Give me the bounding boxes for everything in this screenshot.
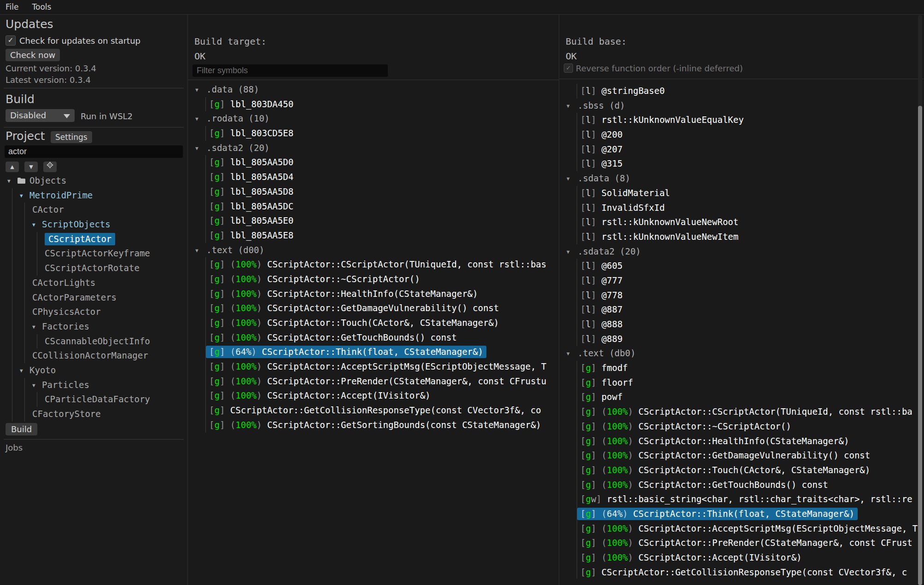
symbol-row[interactable]: [l] @777 [559, 273, 924, 288]
selected-symbol[interactable]: [g] (64%) CScriptActor::Think(float, CSt… [206, 346, 486, 358]
symbol-row[interactable]: [g] (100%) CScriptActor::HealthInfo(CSta… [559, 434, 924, 449]
chevron-down-icon: ▼ [32, 218, 42, 232]
symbol-row[interactable]: [l] SolidMaterial [559, 186, 924, 201]
symbol-row[interactable]: [g] lbl_805AA5E0 [188, 214, 559, 228]
symbol-row[interactable]: [g] (100%) CScriptActor::Touch(CActor&, … [188, 316, 559, 330]
symbol-row[interactable]: [g] fmodf [559, 361, 924, 376]
symbol-row[interactable]: [l] @778 [559, 288, 924, 303]
symbol-row[interactable]: [g] (100%) CScriptActor::GetTouchBounds(… [559, 478, 924, 492]
tree-item-cactor[interactable]: CActor [0, 203, 187, 217]
check-now-button[interactable]: Check now [6, 49, 60, 61]
tree-item-cscannableobjectinfo[interactable]: CScannableObjectInfo [0, 334, 187, 349]
tree-item-cparticledatafactory[interactable]: CParticleDataFactory [0, 392, 187, 407]
symbol-row[interactable]: [l] @207 [559, 142, 924, 157]
symbol-section-row[interactable]: ▼.text (d00) [188, 243, 559, 258]
symbol-section-row[interactable]: ▼.text (db0) [559, 346, 924, 361]
symbol-section-row[interactable]: ▼.sbss (d) [559, 98, 924, 113]
tree-item-objects[interactable]: ▼Objects [0, 174, 187, 188]
symbol-row[interactable]: [l] @stringBase0 [559, 84, 924, 98]
symbol-row[interactable]: [g] (100%) CScriptActor::GetDamageVulner… [559, 448, 924, 463]
chevron-down-icon: ▼ [20, 189, 29, 203]
symbol-row[interactable]: [g] (100%) CScriptActor::GetSortingBound… [188, 418, 559, 433]
symbol-row[interactable]: [l] @200 [559, 127, 924, 142]
tree-item-kyoto[interactable]: ▼Kyoto [0, 363, 187, 378]
build-mode-dropdown[interactable]: Disabled [6, 109, 75, 122]
symbol-row[interactable]: [g] (100%) CScriptActor::HealthInfo(CSta… [188, 287, 559, 301]
tree-item-particles[interactable]: ▼Particles [0, 378, 187, 393]
target-panel: Build target: OK ▼.data (88)[g] lbl_803D… [187, 15, 559, 585]
symbol-row[interactable]: [g] (100%) CScriptActor::Accept(IVisitor… [559, 550, 924, 565]
symbol-row[interactable]: [g] lbl_805AA5DC [188, 199, 559, 214]
symbol-row[interactable]: [g] (100%) CScriptActor::CScriptActor(TU… [559, 405, 924, 419]
project-settings-button[interactable]: Settings [51, 131, 92, 143]
chevron-down-icon [64, 114, 70, 118]
chevron-down-icon: ▼ [195, 243, 206, 258]
tree-item-cactorparameters[interactable]: CActorParameters [0, 290, 187, 305]
build-button[interactable]: Build [6, 423, 37, 435]
symbol-row[interactable]: [g] lbl_803DA450 [188, 97, 559, 112]
tree-item-cfactorystore[interactable]: CFactoryStore [0, 407, 187, 422]
menu-tools[interactable]: Tools [27, 0, 57, 14]
chevron-down-icon: ▼ [195, 141, 206, 156]
symbol-row[interactable]: [l] @889 [559, 332, 924, 347]
base-title: Build base: [566, 36, 626, 47]
vertical-scrollbar[interactable] [918, 15, 922, 585]
symbol-row[interactable]: [l] @605 [559, 259, 924, 273]
tree-item-factories[interactable]: ▼Factories [0, 319, 187, 334]
tree-item-cscriptactor[interactable]: CScriptActor [0, 232, 187, 247]
symbol-row[interactable]: [g] (100%) CScriptActor::~CScriptActor() [188, 272, 559, 287]
symbol-row[interactable]: [l] @315 [559, 156, 924, 171]
locate-button[interactable] [43, 162, 57, 172]
symbol-row[interactable]: [g] lbl_805AA5D4 [188, 170, 559, 185]
symbol-row[interactable]: [l] InvalidSfxId [559, 201, 924, 215]
symbol-row[interactable]: [l] rstl::kUnknownValueEqualKey [559, 113, 924, 127]
symbol-row[interactable]: [g] (100%) CScriptActor::~CScriptActor() [559, 419, 924, 434]
symbol-section-row[interactable]: ▼.sdata (8) [559, 171, 924, 186]
symbol-row[interactable]: [g] (100%) CScriptActor::PreRender(CStat… [188, 374, 559, 389]
symbol-row[interactable]: [g] (100%) CScriptActor::Touch(CActor&, … [559, 463, 924, 478]
tree-item-scriptobjects[interactable]: ▼ScriptObjects [0, 217, 187, 232]
symbol-row[interactable]: [g] (100%) CScriptActor::Accept(IVisitor… [188, 388, 559, 403]
updates-checkbox[interactable]: ✓ [6, 35, 16, 46]
selected-symbol[interactable]: [g] (64%) CScriptActor::Think(float, CSt… [577, 508, 858, 520]
tree-item-cactorlights[interactable]: CActorLights [0, 276, 187, 290]
symbol-section-row[interactable]: ▼.data (88) [188, 82, 559, 97]
symbol-row[interactable]: [l] rstl::kUnknownValueNewRoot [559, 215, 924, 230]
symbol-row[interactable]: [g] (100%) CScriptActor::PreRender(CStat… [559, 536, 924, 550]
symbol-row[interactable]: [g] (100%) CScriptActor::AcceptScriptMsg… [188, 359, 559, 374]
symbol-row[interactable]: [l] rstl::kUnknownValueNewItem [559, 230, 924, 244]
tree-item-metroidprime[interactable]: ▼MetroidPrime [0, 188, 187, 203]
tree-item-cscriptactorkeyframe[interactable]: CScriptActorKeyframe [0, 246, 187, 261]
symbol-section-row[interactable]: ▼.sdata2 (20) [188, 141, 559, 156]
prev-match-button[interactable]: ▲ [6, 162, 19, 172]
symbol-row[interactable]: [g] lbl_805AA5E8 [188, 228, 559, 243]
symbol-row[interactable]: [g] lbl_805AA5D8 [188, 185, 559, 199]
chevron-down-icon: ▼ [195, 112, 206, 127]
symbol-row[interactable]: [g] lbl_805AA5D0 [188, 155, 559, 170]
tree-item-ccollisionactormanager[interactable]: CCollisionActorManager [0, 348, 187, 363]
symbol-row[interactable]: [g] (100%) CScriptActor::GetDamageVulner… [188, 301, 559, 316]
symbol-row[interactable]: [g] (100%) CScriptActor::AcceptScriptMsg… [559, 521, 924, 536]
symbol-row[interactable]: [l] @888 [559, 317, 924, 332]
symbol-section-row[interactable]: ▼.sdata2 (20) [559, 244, 924, 259]
project-search-input[interactable] [5, 145, 183, 158]
symbol-row[interactable]: [g] (64%) CScriptActor::Think(float, CSt… [188, 345, 559, 359]
tree-item-cphysicsactor[interactable]: CPhysicsActor [0, 305, 187, 319]
symbol-row[interactable]: [g] CScriptActor::GetCollisionResponseTy… [559, 565, 924, 579]
symbol-row[interactable]: [g] powf [559, 390, 924, 405]
vertical-scrollbar-thumb[interactable] [918, 106, 922, 585]
symbol-row[interactable]: [g] (100%) CScriptActor::CScriptActor(TU… [188, 257, 559, 272]
symbol-row[interactable]: [l] @887 [559, 302, 924, 317]
symbol-row[interactable]: [g] lbl_803CD5E8 [188, 126, 559, 141]
base-status: OK [566, 51, 577, 62]
symbol-row[interactable]: [g] floorf [559, 376, 924, 390]
symbol-row[interactable]: [g] (100%) CScriptActor::GetTouchBounds(… [188, 330, 559, 345]
tree-item-cscriptactorrotate[interactable]: CScriptActorRotate [0, 261, 187, 276]
next-match-button[interactable]: ▼ [24, 162, 38, 172]
symbol-row[interactable]: [gw] rstl::basic_string<char, rstl::char… [559, 492, 924, 507]
menu-file[interactable]: File [0, 0, 24, 14]
symbol-row[interactable]: [g] (64%) CScriptActor::Think(float, CSt… [559, 507, 924, 521]
symbol-section-row[interactable]: ▼.rodata (10) [188, 111, 559, 126]
filter-symbols-input[interactable] [193, 64, 388, 77]
symbol-row[interactable]: [g] CScriptActor::GetCollisionResponseTy… [188, 403, 559, 418]
